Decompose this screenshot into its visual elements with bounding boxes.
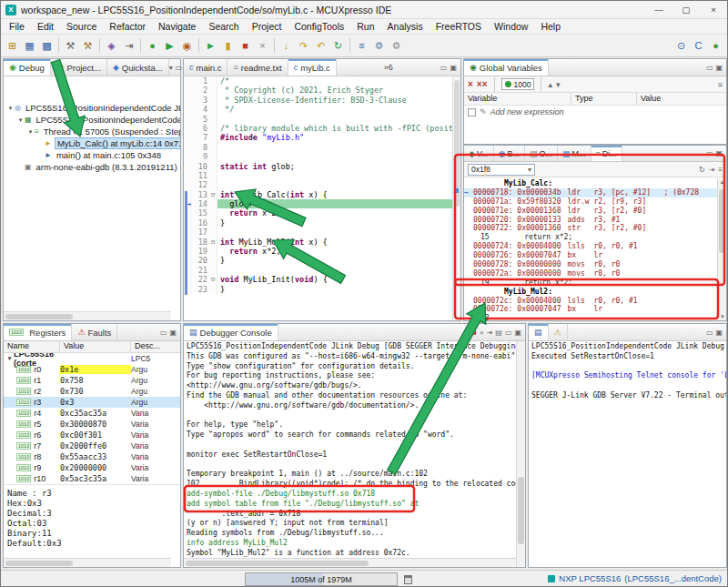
import-button[interactable]: ⇥ (121, 38, 136, 54)
register-value[interactable]: 0x3 (60, 398, 131, 407)
disasm-line[interactable]: MyLib_Mul2: (464, 288, 717, 297)
register-row[interactable]: 1010r90x20000000Varia (4, 462, 180, 473)
minimize-view-icon[interactable]: ▭ (706, 149, 713, 157)
save-button[interactable]: ▦ (22, 38, 37, 54)
editor-code[interactable]: 1/*2 * Copyright (c) 2021, Erich Styger3… (184, 76, 460, 320)
disasm-scrollbar[interactable]: ▲▼ (717, 178, 726, 320)
console-scrollbar[interactable] (516, 341, 525, 567)
editor-line[interactable]: 17 (184, 228, 460, 237)
editor-line[interactable]: 21 (184, 266, 460, 275)
menu-search[interactable]: Search (202, 20, 245, 33)
debug-tree-item[interactable]: ▣arm-none-eabi-gdb (8.3.1.20191211) (4, 161, 180, 173)
clear-console-icon[interactable]: × (480, 329, 484, 337)
close-button[interactable]: × (700, 1, 727, 18)
disconnect-button[interactable]: × (255, 38, 270, 54)
fold-marker[interactable] (209, 76, 217, 86)
tab-outline[interactable]: ▤O... (525, 146, 558, 161)
fold-marker[interactable] (209, 162, 217, 171)
menu-configtools[interactable]: ConfigTools (288, 20, 350, 33)
ide-settings-button[interactable]: ⚙ (389, 38, 404, 54)
tab-global-variables[interactable]: ◉Global Variables (464, 59, 549, 76)
menu-project[interactable]: Project (246, 20, 288, 33)
disasm-line[interactable]: 15 return x*2; (464, 233, 717, 242)
register-row[interactable]: 1010r40xc35ac35aVaria (4, 408, 180, 419)
tab-debug[interactable]: ◉Debug (4, 59, 51, 76)
register-row[interactable]: 1010r100x5ac3c35aVaria (4, 473, 180, 484)
tab-faults[interactable]: ⚠Faults (72, 324, 117, 340)
restart-button[interactable]: ↻ (330, 38, 346, 54)
disasm-line[interactable]: 00000726:0x00007047bx lr (464, 251, 717, 260)
editor-line[interactable]: 18⊟int MyLib_Mul2(int x) { (184, 238, 460, 247)
editor-line[interactable]: 6/* library module which is built with -… (184, 124, 460, 133)
debug-tree-item[interactable]: ►MyLib_Calc() at myLib.c:14 0x718 (4, 137, 180, 149)
overview-marker[interactable] (454, 188, 459, 193)
console-hscrollbar[interactable] (184, 558, 516, 567)
editor-line[interactable]: 1/* (184, 76, 460, 86)
debug-hscrollbar[interactable] (4, 311, 171, 320)
disasm-line[interactable]: MyLib_Calc: (464, 179, 717, 188)
register-row[interactable]: 1010r20x730Argu (4, 386, 180, 397)
suspend-button[interactable]: ▮ (220, 38, 236, 54)
register-row[interactable]: 1010r00x1eArgu (4, 364, 180, 375)
column-type[interactable]: Type (571, 93, 637, 105)
minimize-button[interactable]: — (645, 1, 672, 18)
register-value[interactable]: 0x758 (60, 376, 131, 385)
remove-expression-button[interactable]: × (468, 79, 473, 89)
debug-tree-item[interactable]: ▾◎LPC55S16_PositionIndependentCode JLink… (4, 102, 180, 114)
register-value[interactable]: 0x55aacc33 (60, 452, 131, 461)
debug-button[interactable]: ● (145, 38, 160, 54)
editor-line[interactable]: 23} (184, 285, 460, 294)
menu-freertos[interactable]: FreeRTOS (430, 20, 488, 33)
config-tools-button[interactable]: ⚙ (371, 38, 387, 54)
registers-hscrollbar[interactable] (4, 558, 171, 567)
register-row[interactable]: 1010r70x2000ffe0Varia (4, 440, 180, 451)
register-row[interactable]: 1010r60xc00f301Varia (4, 430, 180, 440)
register-row[interactable]: 1010r80x55aacc33Varia (4, 451, 180, 462)
clean-button[interactable]: ⚒ (80, 38, 96, 54)
disasm-menu-icon[interactable]: ≡ (718, 166, 723, 174)
fold-marker[interactable] (209, 247, 217, 256)
disassembly-content[interactable]: MyLib_Calc:→00000718:0x0000034bldr r3, [… (464, 178, 717, 320)
maximize-view-icon[interactable]: ▣ (450, 64, 457, 72)
disasm-line[interactable]: 00000720:0x00000133adds r3, #1 (464, 216, 717, 225)
editor-line[interactable]: 12 (184, 180, 460, 189)
expression-checkbox[interactable] (468, 108, 476, 116)
debug-tree-item[interactable]: ▾≡Thread #1 57005 (Suspended : Step) (4, 126, 180, 137)
right-console-output[interactable]: LPC55S16_PositionIndependentCode JLink D… (529, 341, 726, 567)
editor-line[interactable]: 7#include "myLib.h" (184, 133, 460, 142)
fold-marker[interactable] (209, 96, 217, 105)
editor-line[interactable]: 15 return x*2; (184, 208, 460, 218)
tree-twisty[interactable]: ▾ (5, 355, 14, 362)
register-value[interactable]: 0xc00f301 (60, 430, 131, 440)
editor-line[interactable]: →14 glob++; (184, 199, 460, 208)
disasm-line[interactable]: 0000072e:0x00007047bx lr (464, 305, 717, 314)
register-value[interactable]: 0xc35ac35a (60, 409, 131, 418)
minimize-view-icon[interactable]: ▭ (706, 329, 713, 337)
new-button[interactable]: ⊞ (5, 38, 20, 54)
disasm-line[interactable]: 0000071a:0x59f80320ldr.w r2, [r9, r3] (464, 197, 717, 207)
maximize-button[interactable]: ▢ (672, 1, 700, 18)
step-over-button[interactable]: ↷ (296, 38, 311, 54)
heap-status[interactable]: 1005M of 1979M (245, 572, 398, 586)
fold-marker[interactable] (209, 228, 217, 237)
disasm-line[interactable]: 0000071e:0x00001368ldr r3, [r2, #0] (464, 207, 717, 216)
maximize-view-icon[interactable]: ▣ (715, 64, 723, 72)
sort-up-icon[interactable]: ▴ (548, 80, 552, 89)
column-desc[interactable]: Desc... (131, 341, 180, 352)
menu-navigate[interactable]: Navigate (152, 20, 202, 33)
terminate-button[interactable]: ■ (238, 38, 253, 54)
project-link[interactable]: (LPC55S16_...dentCode) (624, 573, 722, 583)
maximize-view-icon[interactable]: ▣ (169, 329, 177, 337)
save-all-button[interactable]: ▩ (39, 38, 55, 54)
tab-variables[interactable]: ◆V... (464, 146, 494, 161)
editor-line[interactable]: 9 (184, 152, 460, 161)
link-with-editor-icon[interactable]: ⇥ (709, 166, 715, 174)
minimize-view-icon[interactable]: ▭ (160, 329, 167, 337)
pin-console-icon[interactable]: ▤ (495, 329, 502, 337)
tab-mylib-c[interactable]: cmyLib.c (288, 59, 337, 76)
fold-marker[interactable] (209, 180, 217, 189)
fold-marker[interactable]: ⊟ (209, 190, 217, 199)
scroll-down-icon[interactable]: ▼ (720, 313, 725, 320)
cpp-perspective-button[interactable]: C (691, 38, 706, 54)
editor-line[interactable]: 3 * SPDX-License-Identifier: BSD-3-Claus… (184, 96, 460, 105)
